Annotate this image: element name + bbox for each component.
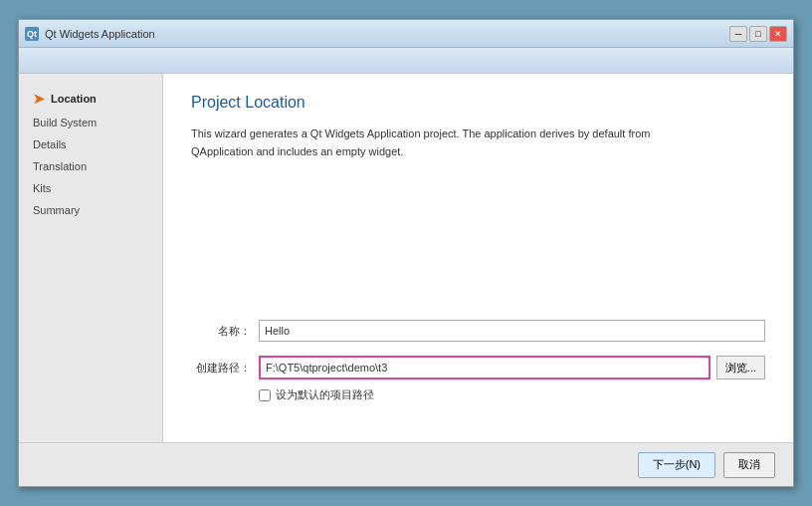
sidebar-label-location: Location — [51, 93, 97, 105]
sidebar-item-build-system[interactable]: Build System — [19, 112, 162, 133]
window-controls: ─ □ ✕ — [729, 26, 787, 42]
arrow-icon: ➤ — [33, 91, 45, 107]
description-line1: This wizard generates a Qt Widgets Appli… — [191, 126, 765, 143]
path-input[interactable] — [259, 356, 710, 380]
sidebar-label-details: Details — [33, 138, 67, 150]
footer: 下一步(N) 取消 — [19, 442, 793, 486]
browse-button[interactable]: 浏览... — [716, 356, 765, 380]
default-path-row: 设为默认的项目路径 — [259, 387, 765, 402]
form-area: 名称： 创建路径： 浏览... 设为默认的项目路径 — [191, 190, 765, 422]
sidebar-label-summary: Summary — [33, 204, 80, 216]
title-bar: Qt Qt Widgets Application ─ □ ✕ — [19, 20, 793, 48]
sidebar-label-kits: Kits — [33, 182, 51, 194]
sidebar-item-location[interactable]: ➤ Location — [19, 86, 162, 112]
path-row: 创建路径： 浏览... — [191, 356, 765, 380]
path-label: 创建路径： — [191, 361, 251, 376]
next-button[interactable]: 下一步(N) — [638, 452, 715, 478]
page-title: Project Location — [191, 94, 765, 112]
top-bar — [19, 48, 793, 74]
path-input-wrapper — [259, 356, 710, 380]
sidebar-item-translation[interactable]: Translation — [19, 155, 162, 177]
content-area: ➤ Location Build System Details Translat… — [19, 74, 793, 442]
name-label: 名称： — [191, 324, 251, 339]
sidebar-item-kits[interactable]: Kits — [19, 177, 162, 199]
sidebar-item-summary[interactable]: Summary — [19, 199, 162, 221]
name-input[interactable] — [259, 320, 765, 342]
maximize-button[interactable]: □ — [749, 26, 767, 42]
cancel-button[interactable]: 取消 — [723, 452, 775, 478]
description: This wizard generates a Qt Widgets Appli… — [191, 126, 765, 160]
window-title: Qt Widgets Application — [45, 28, 155, 40]
sidebar: ➤ Location Build System Details Translat… — [19, 74, 163, 442]
main-content: Project Location This wizard generates a… — [163, 74, 793, 442]
app-icon-text: Qt — [27, 29, 37, 39]
sidebar-item-details[interactable]: Details — [19, 133, 162, 155]
default-path-checkbox[interactable] — [259, 389, 271, 401]
sidebar-label-build-system: Build System — [33, 117, 97, 128]
app-icon: Qt — [25, 27, 39, 41]
minimize-button[interactable]: ─ — [729, 26, 747, 42]
title-bar-left: Qt Qt Widgets Application — [25, 27, 155, 41]
main-window: Qt Qt Widgets Application ─ □ ✕ ➤ Locati… — [18, 19, 794, 487]
default-path-label: 设为默认的项目路径 — [276, 387, 374, 402]
close-button[interactable]: ✕ — [769, 26, 787, 42]
sidebar-label-translation: Translation — [33, 160, 87, 172]
description-line2: QApplication and includes an empty widge… — [191, 143, 765, 161]
name-row: 名称： — [191, 320, 765, 342]
